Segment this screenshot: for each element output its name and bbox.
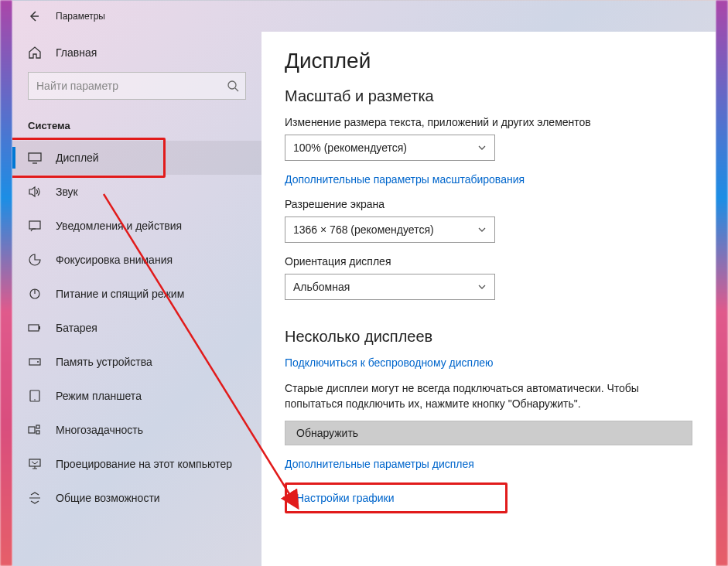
advanced-display-link[interactable]: Дополнительные параметры дисплея bbox=[285, 458, 692, 470]
sidebar-item-battery[interactable]: Батарея bbox=[12, 311, 261, 345]
sound-icon bbox=[28, 185, 43, 199]
notifications-icon bbox=[28, 219, 43, 233]
arrow-left-icon bbox=[29, 11, 39, 22]
resolution-value: 1366 × 768 (рекомендуется) bbox=[293, 223, 477, 236]
svg-point-9 bbox=[34, 399, 36, 401]
focus-icon bbox=[28, 253, 43, 267]
display-icon bbox=[28, 151, 43, 165]
svg-rect-12 bbox=[36, 431, 39, 434]
sidebar-item-power[interactable]: Питание и спящий режим bbox=[12, 277, 261, 311]
sidebar-item-display[interactable]: Дисплей bbox=[12, 141, 261, 175]
sidebar-item-label: Память устройства bbox=[56, 356, 152, 368]
sidebar-item-focus[interactable]: Фокусировка внимания bbox=[12, 243, 261, 277]
project-icon bbox=[28, 457, 43, 471]
sidebar-item-label: Дисплей bbox=[56, 152, 99, 164]
multi-heading: Несколько дисплеев bbox=[285, 328, 692, 346]
sidebar-item-multitask[interactable]: Многозадачность bbox=[12, 413, 261, 447]
sidebar-item-label: Общие возможности bbox=[56, 492, 160, 504]
tablet-icon bbox=[28, 389, 43, 403]
svg-rect-11 bbox=[36, 425, 39, 428]
orientation-label: Ориентация дисплея bbox=[285, 255, 692, 268]
chevron-down-icon bbox=[477, 282, 487, 292]
battery-icon bbox=[28, 321, 43, 335]
back-button[interactable] bbox=[25, 7, 43, 26]
power-icon bbox=[28, 287, 43, 301]
sidebar-item-label: Уведомления и действия bbox=[56, 220, 182, 232]
sidebar-item-label: Звук bbox=[56, 186, 78, 198]
svg-rect-4 bbox=[29, 325, 39, 331]
annotation-highlight-graphics: Настройки графики bbox=[285, 482, 508, 513]
scale-label: Изменение размера текста, приложений и д… bbox=[285, 116, 692, 128]
sidebar-item-label: Питание и спящий режим bbox=[56, 288, 184, 300]
resolution-label: Разрешение экрана bbox=[285, 198, 692, 210]
sidebar-item-storage[interactable]: Память устройства bbox=[12, 345, 261, 379]
svg-point-7 bbox=[37, 361, 39, 363]
chevron-down-icon bbox=[477, 143, 487, 152]
sidebar: Главная Найти параметр Система Дисплей bbox=[12, 32, 261, 566]
sidebar-item-tablet[interactable]: Режим планшета bbox=[12, 379, 261, 413]
home-label: Главная bbox=[56, 46, 97, 59]
advanced-scale-link[interactable]: Дополнительные параметры масштабирования bbox=[285, 173, 692, 186]
detect-paragraph: Старые дисплеи могут не всегда подключат… bbox=[285, 381, 692, 411]
svg-rect-13 bbox=[29, 459, 40, 466]
wireless-link[interactable]: Подключиться к беспроводному дисплею bbox=[285, 356, 692, 369]
svg-rect-1 bbox=[29, 153, 41, 161]
scale-heading: Масштаб и разметка bbox=[285, 87, 692, 105]
desktop-edge-left bbox=[0, 0, 12, 566]
graphics-settings-link[interactable]: Настройки графики bbox=[296, 492, 395, 504]
page-title: Дисплей bbox=[285, 49, 692, 73]
sidebar-item-label: Режим планшета bbox=[56, 390, 142, 402]
sidebar-item-project[interactable]: Проецирование на этот компьютер bbox=[12, 447, 261, 481]
orientation-value: Альбомная bbox=[293, 281, 477, 293]
scale-value: 100% (рекомендуется) bbox=[293, 142, 477, 154]
chevron-down-icon bbox=[477, 225, 487, 234]
home-icon bbox=[28, 46, 43, 60]
window-title: Параметры bbox=[56, 11, 105, 22]
shared-icon bbox=[28, 491, 43, 505]
sidebar-item-shared[interactable]: Общие возможности bbox=[12, 481, 261, 515]
svg-rect-10 bbox=[29, 427, 35, 433]
sidebar-item-notifications[interactable]: Уведомления и действия bbox=[12, 209, 261, 243]
search-icon bbox=[227, 80, 239, 92]
scale-dropdown[interactable]: 100% (рекомендуется) bbox=[285, 135, 495, 161]
sidebar-item-label: Фокусировка внимания bbox=[56, 254, 173, 266]
titlebar: Параметры bbox=[12, 1, 716, 32]
storage-icon bbox=[28, 355, 43, 369]
sidebar-item-label: Многозадачность bbox=[56, 424, 143, 436]
settings-window: Параметры Главная Найти параметр Система bbox=[12, 0, 716, 566]
svg-rect-2 bbox=[29, 221, 40, 229]
section-title: Система bbox=[12, 115, 261, 141]
desktop-edge-right bbox=[716, 0, 728, 566]
sidebar-item-label: Проецирование на этот компьютер bbox=[56, 458, 232, 470]
resolution-dropdown[interactable]: 1366 × 768 (рекомендуется) bbox=[285, 217, 495, 243]
svg-rect-5 bbox=[39, 326, 40, 329]
main-content: Дисплей Масштаб и разметка Изменение раз… bbox=[261, 32, 716, 566]
search-input[interactable]: Найти параметр bbox=[28, 72, 246, 100]
detect-button[interactable]: Обнаружить bbox=[285, 421, 692, 445]
orientation-dropdown[interactable]: Альбомная bbox=[285, 274, 495, 300]
search-placeholder: Найти параметр bbox=[36, 80, 227, 92]
svg-point-0 bbox=[228, 81, 236, 89]
home-link[interactable]: Главная bbox=[12, 41, 261, 72]
multitask-icon bbox=[28, 423, 43, 437]
sidebar-item-sound[interactable]: Звук bbox=[12, 175, 261, 209]
sidebar-item-label: Батарея bbox=[56, 322, 97, 334]
